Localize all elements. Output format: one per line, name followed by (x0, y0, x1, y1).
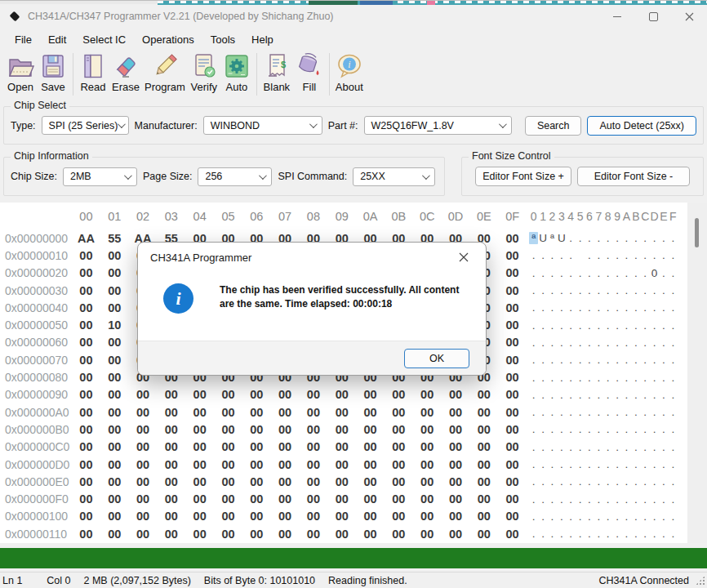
ascii-char[interactable]: . (529, 336, 538, 349)
ascii-char[interactable]: . (548, 493, 557, 506)
ascii-char[interactable]: . (641, 249, 650, 261)
hex-byte[interactable]: 00 (413, 458, 442, 471)
minimize-button[interactable] (599, 4, 635, 29)
hex-byte[interactable]: 00 (100, 440, 129, 453)
ascii-char[interactable]: . (567, 267, 576, 279)
ascii-char[interactable]: . (557, 336, 566, 349)
ascii-char[interactable]: . (659, 336, 668, 349)
ascii-char[interactable]: . (631, 423, 640, 435)
ascii-char[interactable]: . (557, 319, 566, 332)
part-number-select[interactable]: W25Q16FW_1.8V (364, 116, 512, 135)
hex-byte[interactable]: 00 (242, 440, 271, 453)
ascii-char[interactable]: . (631, 475, 640, 488)
ascii-char[interactable]: . (538, 528, 547, 540)
ascii-char[interactable]: . (557, 267, 566, 279)
toolbar-button-read[interactable]: Read (77, 52, 109, 93)
hex-byte[interactable]: 00 (300, 475, 328, 488)
ascii-char[interactable]: . (650, 232, 659, 244)
ascii-char[interactable]: . (576, 406, 585, 418)
ascii-char[interactable]: . (585, 267, 594, 279)
hex-byte[interactable]: 00 (327, 528, 356, 541)
ascii-char[interactable]: . (567, 423, 576, 435)
ascii-char[interactable]: . (576, 475, 585, 488)
hex-byte[interactable]: 00 (498, 249, 527, 262)
hex-byte[interactable]: 00 (72, 284, 100, 297)
ascii-char[interactable]: . (576, 458, 585, 470)
hex-byte[interactable]: 00 (157, 458, 185, 471)
ascii-char[interactable]: . (576, 510, 585, 523)
menu-item-tools[interactable]: Tools (202, 31, 243, 48)
ascii-char[interactable]: . (669, 319, 678, 332)
ascii-char[interactable]: . (669, 336, 678, 349)
hex-byte[interactable]: 00 (129, 475, 158, 488)
ascii-char[interactable]: . (631, 249, 640, 261)
ascii-char[interactable]: . (669, 528, 678, 540)
hex-byte[interactable]: AA (72, 232, 100, 245)
hex-byte[interactable]: 00 (385, 406, 413, 419)
ascii-char[interactable]: . (669, 475, 678, 488)
ascii-char[interactable]: . (669, 406, 678, 418)
hex-byte[interactable]: 00 (469, 458, 498, 471)
ascii-char[interactable]: . (631, 284, 640, 296)
hex-byte[interactable]: 00 (442, 440, 470, 453)
ascii-char[interactable]: . (603, 458, 612, 470)
ascii-char[interactable]: . (631, 528, 640, 540)
ascii-char[interactable]: . (538, 441, 547, 453)
ascii-char[interactable]: . (594, 510, 603, 523)
hex-byte[interactable]: 00 (498, 266, 527, 279)
hex-byte[interactable]: 00 (72, 336, 100, 349)
ascii-char[interactable]: . (557, 354, 566, 366)
ascii-char[interactable]: . (669, 493, 678, 506)
ascii-char[interactable]: . (631, 372, 640, 384)
ascii-char[interactable]: . (594, 284, 603, 296)
ascii-char[interactable]: . (603, 528, 612, 540)
ascii-char[interactable]: . (529, 267, 538, 279)
ascii-char[interactable]: . (557, 458, 566, 470)
ascii-char[interactable]: . (659, 372, 668, 384)
ascii-char[interactable]: . (529, 441, 538, 453)
ascii-char[interactable]: . (603, 423, 612, 435)
ascii-char[interactable]: . (641, 301, 650, 314)
hex-byte[interactable]: 00 (129, 528, 158, 541)
hex-byte[interactable]: 00 (100, 388, 129, 401)
hex-byte[interactable]: 00 (185, 388, 214, 401)
ascii-char[interactable]: . (603, 249, 612, 261)
hex-byte[interactable]: 00 (100, 458, 129, 471)
ascii-char[interactable]: . (659, 354, 668, 366)
page-size-select[interactable]: 256 (198, 167, 272, 186)
ascii-char[interactable]: . (612, 423, 621, 435)
hex-byte[interactable]: 00 (157, 492, 185, 506)
ascii-char[interactable]: . (603, 301, 612, 314)
ascii-char[interactable]: . (622, 301, 631, 314)
ascii-char[interactable]: . (538, 458, 547, 470)
ascii-char[interactable]: . (641, 423, 650, 435)
hex-byte[interactable]: 00 (498, 284, 527, 297)
ascii-char[interactable]: . (529, 510, 538, 523)
ascii-char[interactable]: . (567, 336, 576, 349)
hex-byte[interactable]: 00 (469, 510, 498, 523)
chip-size-select[interactable]: 2MB (63, 167, 137, 186)
hex-byte[interactable]: 00 (271, 528, 300, 541)
ascii-char[interactable]: . (612, 528, 621, 540)
ascii-char[interactable]: . (650, 528, 659, 540)
ascii-char[interactable]: . (567, 441, 576, 453)
ascii-char[interactable]: . (603, 493, 612, 506)
ascii-char[interactable]: . (641, 458, 650, 470)
ascii-char[interactable]: . (548, 336, 557, 349)
hex-byte[interactable]: 00 (100, 284, 129, 297)
ascii-char[interactable]: . (567, 389, 576, 401)
ascii-char[interactable]: . (567, 372, 576, 384)
ascii-char[interactable]: . (622, 510, 631, 523)
ascii-char[interactable]: . (557, 372, 566, 384)
ascii-char[interactable]: . (576, 493, 585, 506)
hex-byte[interactable]: 00 (498, 354, 527, 367)
ascii-char[interactable]: . (548, 249, 557, 261)
ascii-char[interactable]: . (603, 475, 612, 488)
hex-byte[interactable]: 00 (413, 406, 442, 419)
ascii-char[interactable]: . (612, 475, 621, 488)
hex-scrollbar-thumb[interactable] (695, 218, 699, 247)
ascii-char[interactable]: . (612, 232, 621, 244)
hex-byte[interactable]: 00 (356, 458, 385, 471)
hex-byte[interactable]: 00 (442, 492, 470, 506)
ascii-char[interactable]: . (594, 406, 603, 418)
